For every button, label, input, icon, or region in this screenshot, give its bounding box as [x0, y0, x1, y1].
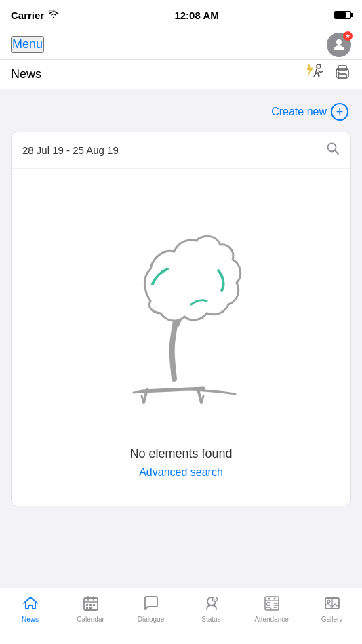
- card-header: 28 Jul 19 - 25 Aug 19: [12, 132, 350, 169]
- tab-dialogue-label: Dialogue: [138, 616, 164, 623]
- tab-calendar[interactable]: Calendar: [60, 594, 121, 623]
- tab-attendance[interactable]: Attendance: [241, 594, 302, 623]
- status-bar: Carrier 12:08 AM: [0, 0, 362, 30]
- svg-line-8: [335, 150, 338, 154]
- create-new-label: Create new: [271, 106, 327, 118]
- svg-point-0: [336, 39, 342, 45]
- attendance-icon: [262, 594, 281, 613]
- menu-button[interactable]: Menu: [11, 36, 44, 53]
- svg-rect-17: [89, 607, 92, 609]
- wifi-icon: [48, 9, 59, 20]
- svg-point-25: [266, 603, 270, 606]
- svg-point-2: [317, 64, 321, 68]
- dialogue-icon: [142, 594, 161, 613]
- content-area: Create new + 28 Jul 19 - 25 Aug 19: [0, 89, 362, 517]
- header-actions: [304, 64, 351, 85]
- gallery-icon: [323, 594, 342, 613]
- status-icon: ?: [202, 594, 221, 613]
- tab-news[interactable]: News: [0, 594, 60, 623]
- svg-point-24: [273, 598, 275, 600]
- advanced-search-link[interactable]: Advanced search: [139, 466, 223, 479]
- page-title: News: [11, 67, 41, 81]
- tab-calendar-label: Calendar: [77, 616, 104, 623]
- carrier-wifi: Carrier: [11, 9, 59, 21]
- svg-marker-1: [307, 64, 313, 76]
- news-card: 28 Jul 19 - 25 Aug 19: [11, 132, 351, 506]
- time-display: 12:08 AM: [174, 9, 218, 21]
- svg-point-23: [268, 598, 270, 600]
- print-icon[interactable]: [334, 64, 351, 85]
- no-elements-text: No elements found: [129, 447, 232, 461]
- svg-rect-15: [93, 604, 95, 606]
- avatar-container[interactable]: ★: [327, 33, 351, 57]
- svg-rect-13: [86, 604, 88, 606]
- home-icon: [21, 594, 40, 613]
- battery-icon: [334, 11, 351, 19]
- svg-point-31: [327, 600, 330, 603]
- create-new-button[interactable]: Create new +: [271, 100, 348, 123]
- tab-bar: News Calendar Dialogue: [0, 588, 362, 644]
- tab-gallery[interactable]: Gallery: [302, 594, 362, 623]
- svg-rect-14: [89, 604, 92, 606]
- tab-dialogue[interactable]: Dialogue: [121, 594, 181, 623]
- tab-news-label: News: [22, 616, 39, 623]
- create-new-icon: +: [331, 103, 348, 121]
- avatar-badge: ★: [343, 31, 353, 41]
- tab-status-label: Status: [201, 616, 220, 623]
- svg-rect-16: [86, 607, 88, 609]
- page-header: News: [0, 60, 362, 89]
- date-range: 28 Jul 19 - 25 Aug 19: [22, 144, 119, 156]
- tab-status[interactable]: ? Status: [181, 594, 241, 623]
- top-nav: Menu ★: [0, 30, 362, 60]
- svg-rect-5: [338, 74, 346, 79]
- search-button[interactable]: [326, 142, 340, 159]
- battery-indicator: [334, 11, 351, 19]
- calendar-icon: [81, 594, 100, 613]
- svg-point-6: [338, 71, 340, 73]
- carrier-label: Carrier: [11, 9, 44, 21]
- svg-rect-4: [338, 66, 346, 71]
- tab-attendance-label: Attendance: [254, 616, 289, 623]
- tab-gallery-label: Gallery: [321, 616, 343, 623]
- tree-illustration: [93, 189, 269, 440]
- empty-state: No elements found Advanced search: [12, 169, 350, 506]
- create-new-row: Create new +: [11, 100, 351, 123]
- activity-icon[interactable]: [304, 64, 325, 85]
